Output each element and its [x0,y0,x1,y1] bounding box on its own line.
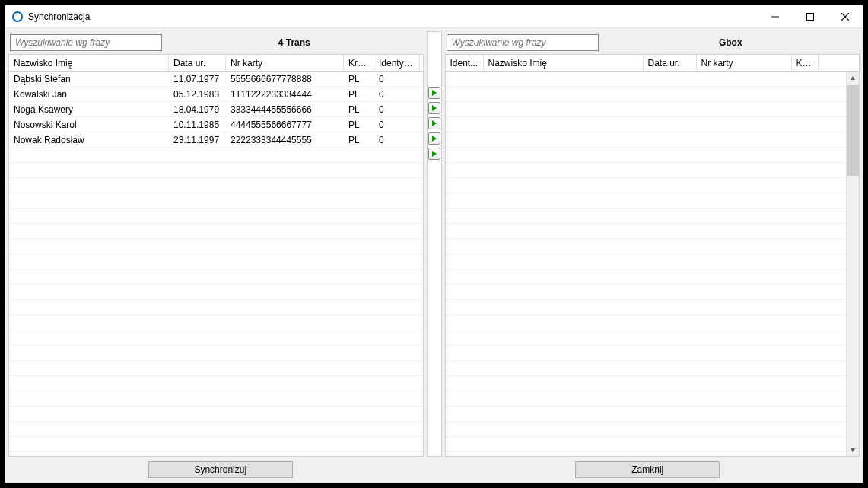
table-cell [484,276,644,279]
table-row [9,209,423,224]
transfer-right-button[interactable] [428,87,440,99]
right-scrollbar[interactable] [846,72,859,456]
table-cell [446,139,484,142]
right-col-country[interactable]: Kraj... [792,56,819,71]
table-cell [697,108,792,111]
table-cell [344,245,374,248]
right-col-dob[interactable]: Data ur. [644,56,697,71]
table-cell [484,139,644,142]
table-cell [792,336,819,340]
table-cell [344,367,374,370]
left-col-card[interactable]: Nr karty [226,56,344,71]
transfer-right-button[interactable] [428,102,440,114]
transfer-right-button[interactable] [428,117,440,129]
table-cell: 23.11.1997 [169,133,226,147]
table-cell [169,352,226,355]
left-col-ident[interactable]: Identyfi... [374,56,420,71]
table-cell [697,367,792,370]
table-cell [792,199,819,203]
table-row[interactable]: Noga Ksawery18.04.19793333444455556666PL… [9,102,423,117]
table-cell [697,352,792,355]
table-cell [446,276,484,279]
table-row[interactable]: Kowalski Jan05.12.19831111222233334444PL… [9,87,423,102]
table-cell [226,306,344,309]
table-cell [697,428,792,431]
table-cell [374,352,420,355]
table-row[interactable]: Nosowski Karol10.11.19854444555566667777… [9,117,423,132]
left-col-dob[interactable]: Data ur. [169,56,226,71]
left-col-country[interactable]: Kraj... [344,56,374,71]
right-grid: Ident... Nazwisko Imię Data ur. Nr karty… [445,54,860,457]
table-cell [226,443,344,446]
table-cell [697,230,792,233]
table-cell [644,382,697,385]
scroll-thumb[interactable] [847,85,859,176]
left-col-name[interactable]: Nazwisko Imię [9,56,169,71]
table-cell: 0 [374,118,420,132]
table-cell [644,199,697,203]
table-cell [374,428,420,431]
table-cell [792,291,819,294]
table-cell [344,184,374,187]
right-search-input[interactable] [447,34,599,51]
scroll-track[interactable] [847,176,859,443]
table-row [446,87,860,102]
table-cell [344,397,374,400]
table-cell [792,139,819,142]
table-cell [9,321,169,324]
table-cell [169,428,226,431]
table-cell: PL [344,88,374,101]
table-cell: Noga Ksawery [9,103,169,116]
table-row [9,361,423,376]
table-cell [344,382,374,385]
table-cell [9,428,169,431]
table-row [446,361,860,376]
right-col-card[interactable]: Nr karty [697,56,792,71]
table-cell [226,367,344,370]
table-cell [697,291,792,294]
transfer-right-button[interactable] [428,148,440,160]
table-cell [226,154,344,157]
close-action-button[interactable]: Zamknij [575,461,720,478]
transfer-right-button[interactable] [428,132,440,145]
table-row [446,437,860,452]
table-cell [374,184,420,187]
table-cell [792,230,819,233]
table-cell [9,245,169,248]
table-row [9,391,423,407]
table-cell [169,291,226,294]
scroll-down-icon[interactable] [847,443,859,456]
table-cell [9,154,169,157]
right-panel-title: Gbox [603,37,859,48]
synchronize-button[interactable]: Synchronizuj [148,461,293,478]
left-search-input[interactable] [10,34,162,51]
table-cell [344,352,374,355]
svg-rect-2 [807,13,814,20]
table-cell [169,413,226,416]
right-col-ident[interactable]: Ident... [446,56,484,71]
scroll-up-icon[interactable] [847,72,859,85]
table-cell [374,230,420,233]
table-cell [644,169,697,172]
maximize-button[interactable] [793,5,828,28]
table-cell [792,276,819,279]
table-cell: Nosowski Karol [9,118,169,132]
table-cell [792,413,819,416]
table-cell [446,230,484,233]
table-cell [374,336,420,340]
close-button[interactable] [828,5,863,28]
table-row[interactable]: Dąbski Stefan11.07.19775555666677778888P… [9,72,423,87]
table-cell [697,154,792,157]
table-cell [484,443,644,446]
table-row [446,254,860,270]
table-row [446,209,860,224]
table-row[interactable]: Nowak Radosław23.11.19972222333344445555… [9,132,423,148]
table-cell [484,108,644,111]
table-cell [169,336,226,340]
minimize-button[interactable] [758,5,793,28]
svg-point-0 [13,12,22,21]
right-col-name[interactable]: Nazwisko Imię [484,56,644,71]
left-panel-header: 4 Trans [8,31,424,54]
table-cell: 1111222233334444 [226,88,344,101]
table-cell [484,382,644,385]
